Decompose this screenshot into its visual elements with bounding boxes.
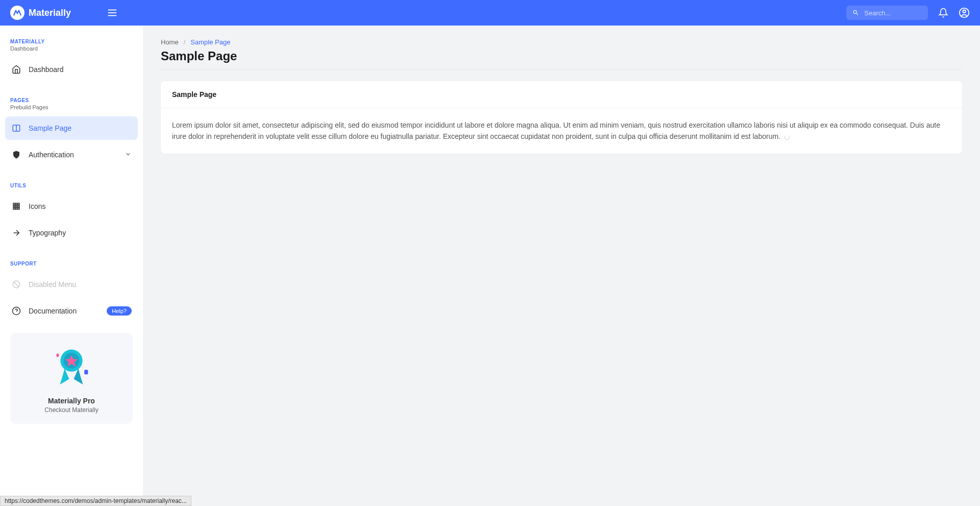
card-body: Lorem ipsum dolor sit amet, consectetur … — [161, 108, 962, 154]
page-title: Sample Page — [161, 49, 962, 70]
shield-icon — [11, 150, 21, 160]
notifications-button[interactable] — [938, 8, 948, 18]
loading-spinner-icon — [785, 135, 790, 140]
breadcrumb-home[interactable]: Home — [161, 38, 179, 46]
card-title: Sample Page — [172, 90, 951, 99]
sidebar: MATERIALLY Dashboard Dashboard PAGES Pre… — [0, 26, 143, 166]
card-header: Sample Page — [161, 81, 962, 108]
content-card: Sample Page Lorem ipsum dolor sit amet, … — [161, 81, 962, 154]
page-icon — [11, 123, 21, 133]
app-header: Materially — [0, 0, 980, 26]
nav-label: Authentication — [29, 151, 117, 159]
brand-name: Materially — [29, 8, 71, 18]
search-box[interactable] — [846, 6, 928, 20]
main-content: Home / Sample Page Sample Page Sample Pa… — [143, 26, 980, 166]
sidebar-item-dashboard[interactable]: Dashboard — [5, 58, 138, 81]
menu-toggle-button[interactable] — [107, 7, 118, 18]
account-button[interactable] — [959, 7, 970, 18]
breadcrumb-current: Sample Page — [190, 38, 230, 46]
search-input[interactable] — [864, 9, 922, 17]
chevron-down-icon — [125, 151, 132, 159]
breadcrumb: Home / Sample Page — [161, 38, 962, 46]
svg-point-4 — [963, 10, 966, 13]
breadcrumb-separator: / — [184, 38, 186, 46]
sidebar-item-sample-page[interactable]: Sample Page — [5, 116, 138, 140]
home-icon — [11, 64, 21, 75]
card-text: Lorem ipsum dolor sit amet, consectetur … — [172, 121, 940, 140]
search-icon — [852, 9, 859, 17]
logo-icon — [10, 6, 24, 20]
section-pages: PAGES Prebuild Pages — [5, 94, 138, 113]
logo-area[interactable]: Materially — [10, 6, 71, 20]
sidebar-item-authentication[interactable]: Authentication — [5, 143, 138, 166]
nav-label: Sample Page — [29, 124, 132, 132]
nav-label: Dashboard — [29, 65, 132, 74]
section-materially: MATERIALLY Dashboard — [5, 36, 138, 55]
